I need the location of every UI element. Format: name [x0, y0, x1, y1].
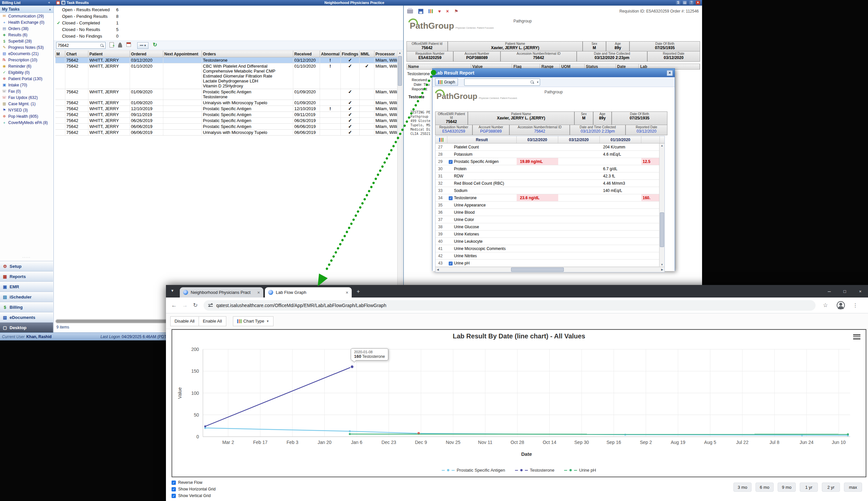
grid-row-urine-blood[interactable]: 36Urine Blood: [435, 209, 665, 216]
range-button-2-yr[interactable]: 2 yr: [822, 482, 840, 492]
range-button-6-mo[interactable]: 6 mo: [755, 482, 774, 492]
scrollbar-thumb[interactable]: [511, 267, 564, 272]
tab-neighborhood-physicians-pract[interactable]: Neighborhood Physicians Pract×: [180, 287, 263, 298]
task-row[interactable]: 75642WHITT, JERRY01/09/2020Prostatic Spe…: [55, 89, 402, 100]
column-header-findings[interactable]: Findings: [341, 51, 360, 57]
task-row[interactable]: 75642WHITT, JERRY06/26/2019Prostatic Spe…: [55, 118, 402, 124]
field-value[interactable]: E5A6320259: [436, 129, 472, 134]
field-value[interactable]: 03/12/2020: [626, 129, 666, 134]
grid-column-result-0[interactable]: Result: [447, 136, 517, 143]
new-document-icon[interactable]: [108, 42, 115, 49]
chart-menu-icon[interactable]: [853, 334, 860, 339]
titlebar-dollar-icon[interactable]: $: [676, 1, 680, 4]
collapse-panel-icon[interactable]: «: [48, 1, 50, 4]
range-button-1-yr[interactable]: 1 yr: [800, 482, 818, 492]
task-vertical-scrollbar[interactable]: ▲ ▼: [397, 51, 402, 306]
search-icon[interactable]: [100, 44, 104, 47]
checked-checkbox-icon[interactable]: ✓: [171, 481, 176, 485]
scroll-up-icon[interactable]: ▲: [659, 143, 665, 148]
bookmark-star-icon[interactable]: ☆: [823, 302, 828, 309]
tab-close-icon[interactable]: ×: [346, 290, 348, 295]
task-search-input[interactable]: [56, 43, 100, 48]
range-button-3-mo[interactable]: 3 mo: [733, 482, 752, 492]
sidebar-button-desktop[interactable]: ▢Desktop: [0, 322, 53, 332]
sidebar-item-patient-portal-130[interactable]: ⊕Patient Portal (130): [0, 76, 53, 82]
sidebar-item-superbill-28[interactable]: $Superbill (28): [0, 38, 53, 44]
scroll-left-icon[interactable]: ◀: [435, 267, 440, 272]
grid-vertical-scrollbar[interactable]: ▲ ▼: [659, 143, 665, 267]
flow-option-reverse-flow[interactable]: ✓Reverse Flow: [171, 480, 215, 485]
legend-item-urine-ph[interactable]: Urine pH: [564, 468, 596, 473]
sidebar-item-results-6[interactable]: ◈Results (6): [0, 32, 53, 38]
profile-avatar[interactable]: [837, 301, 845, 309]
dialog-titlebar[interactable]: Lab Result Report ×: [433, 68, 675, 77]
grid-row-potassium[interactable]: 28Potassium4.6 mEq/L: [435, 151, 665, 158]
print-icon[interactable]: [407, 9, 413, 13]
reload-icon[interactable]: ↻: [193, 302, 198, 309]
chart-type-button[interactable]: Chart Type ▼: [233, 316, 274, 326]
sidebar-button-emr[interactable]: ▣EMR: [0, 281, 53, 291]
task-row[interactable]: 75642WHITT, JERRY01/10/2020CBC With Plat…: [55, 63, 402, 89]
checked-checkbox-icon[interactable]: ✓: [171, 494, 176, 498]
grid-row-rdw[interactable]: 31RDW42.3 fL: [435, 172, 665, 180]
checked-checkbox-icon[interactable]: ✓: [449, 196, 453, 200]
task-row[interactable]: 75642WHITT, JERRY01/09/2020Urinalysis wi…: [55, 100, 402, 106]
task-row[interactable]: 75642WHITT, JERRY06/06/2019Prostatic Spe…: [55, 124, 402, 130]
column-header-patient[interactable]: Patient: [88, 51, 130, 57]
legend-item-prostatic-specific-antigen[interactable]: Prostatic Specific Antigen: [442, 468, 505, 473]
grid-row-urine-leukocyte[interactable]: 40Urine Leukocyte: [435, 238, 665, 245]
sidebar-item-pop-health-805[interactable]: ⊕Pop Health (805): [0, 113, 53, 119]
sidebar-item-intake-70[interactable]: ▣Intake (70): [0, 82, 53, 88]
flow-option-show-horizontal-grid[interactable]: ✓Show Horizontal Grid: [171, 487, 215, 491]
sidebar-item-progress-notes-53[interactable]: ✎Progress Notes (53): [0, 44, 53, 51]
sidebar-button-reports[interactable]: ▦Reports: [0, 271, 53, 281]
column-header-m[interactable]: M: [55, 51, 65, 57]
url-bar[interactable]: qatest.isalushealthcare.com/OfficeMd/App…: [203, 300, 816, 311]
grid-row-urine-ph[interactable]: 43✓Urine pH: [435, 259, 665, 267]
appointment-icon[interactable]: [125, 42, 132, 49]
sidebar-item-edocuments-21[interactable]: ▧eDocuments (21): [0, 51, 53, 57]
checked-checkbox-icon[interactable]: ✓: [171, 487, 176, 491]
flow-option-show-vertical-grid[interactable]: ✓Show Vertical Grid: [171, 493, 215, 498]
chart-icon[interactable]: [428, 9, 433, 13]
sidebar-item-covermymeds-epa-8[interactable]: +CoverMyMeds ePA (8): [0, 119, 53, 126]
legend-item-testosterone[interactable]: Testosterone: [515, 468, 554, 473]
site-info-icon[interactable]: [208, 303, 213, 307]
sidebar-item-case-mgmt-1[interactable]: ▥Case Mgmt. (1): [0, 100, 53, 107]
sidebar-item-orders-38[interactable]: ▤Orders (38): [0, 25, 53, 32]
scrollbar-thumb[interactable]: [398, 56, 402, 86]
graph-button[interactable]: Graph: [435, 78, 458, 86]
sidebar-button-billing[interactable]: $Billing: [0, 302, 53, 312]
task-row[interactable]: 75642WHITT, JERRY09/11/2019Prostatic Spe…: [55, 112, 402, 118]
tab-close-icon[interactable]: ×: [257, 290, 260, 295]
grid-row-testosterone[interactable]: 34✓Testosterone23.6 ng/dL160.: [435, 194, 665, 202]
result-search-input[interactable]: [466, 80, 529, 84]
forward-icon[interactable]: →: [182, 302, 188, 309]
tab-lab-flow-graph[interactable]: Lab Flow Graph×: [265, 287, 352, 298]
close-icon[interactable]: ×: [667, 70, 673, 76]
my-tasks-header[interactable]: My Tasks ▲: [0, 6, 53, 13]
sidebar-item-fax-updox-632[interactable]: ☏Fax Updox (632): [0, 94, 53, 100]
summary-row-closed-no-findings[interactable]: Closed - No Findings0: [54, 33, 396, 39]
task-row[interactable]: 75642WHITT, JERRY12/10/2019Prostatic Spe…: [55, 106, 402, 112]
sidebar-item-communication-29[interactable]: ✉Communication (29): [0, 13, 53, 19]
titlebar-close-icon[interactable]: ×: [696, 1, 700, 4]
column-header-chart[interactable]: Chart: [65, 51, 88, 57]
summary-row-closed-completed[interactable]: ✓Closed - Completed1: [54, 20, 396, 26]
sidebar-item-nysed-3[interactable]: ⚑NYSED (3): [0, 107, 53, 113]
chevron-down-icon[interactable]: ▾: [537, 81, 538, 84]
flag-icon[interactable]: ⚑: [454, 9, 458, 14]
task-row[interactable]: 75642WHITT, JERRY03/12/2020Testosterone0…: [55, 57, 402, 63]
grid-horizontal-scrollbar[interactable]: ◀ ▶: [435, 267, 665, 272]
column-header-abnormal[interactable]: Abnormal: [320, 51, 341, 57]
sidebar-button-ischeduler[interactable]: ▤iScheduler: [0, 291, 53, 302]
new-tab-button[interactable]: +: [357, 288, 360, 295]
grid-row-urine-color[interactable]: 37Urine Color: [435, 216, 665, 223]
patient-icon[interactable]: [117, 42, 124, 49]
scrollbar-thumb[interactable]: [660, 212, 664, 247]
summary-row-closed-no-results[interactable]: Closed - No Results5: [54, 26, 396, 33]
grid-row-red-blood-cell-count-rbc[interactable]: 32Red Blood Cell Count (RBC)4.46 M/mm3: [435, 180, 665, 187]
scroll-right-icon[interactable]: ▶: [660, 267, 665, 272]
column-header-mml[interactable]: MML: [360, 51, 374, 57]
sidebar-item-reminder-6[interactable]: ◉Reminder (6): [0, 63, 53, 69]
